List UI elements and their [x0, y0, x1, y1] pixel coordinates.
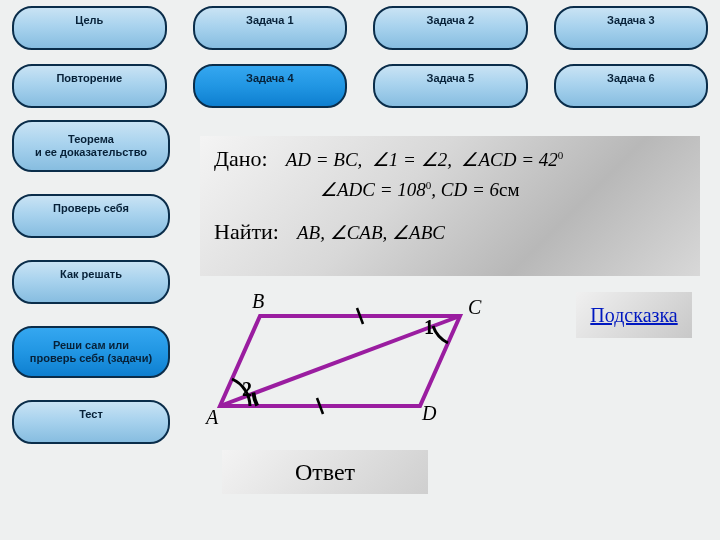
nav-goal[interactable]: Цель [12, 6, 167, 50]
label-given: Дано: [214, 146, 268, 172]
expr-cd-6: , CD = 6 [431, 179, 499, 200]
given-expr-2: ∠ADC = 1080, CD = 6см [214, 178, 686, 201]
top-nav-grid: Цель Задача 1 Задача 2 Задача 3 Повторен… [12, 6, 708, 108]
given-panel: Дано: AD = BC, ∠1 = ∠2, ∠ACD = 420 ∠ADC … [200, 136, 700, 276]
label-find: Найти: [214, 219, 279, 245]
vertex-B: B [252, 290, 264, 313]
expr-ad-eq-bc: AD = BC, [286, 149, 363, 170]
answer-button[interactable]: Ответ [222, 450, 428, 494]
nav-task-5[interactable]: Задача 5 [373, 64, 528, 108]
angle-label-2: 2 [242, 378, 252, 401]
geometry-figure: A B C D 1 2 [200, 286, 500, 416]
unit-cm: см [499, 179, 519, 200]
given-expr-1: AD = BC, ∠1 = ∠2, ∠ACD = 420 [286, 148, 564, 171]
expr-ang1-eq-ang2: ∠1 = ∠2, [372, 149, 452, 170]
side-theorem[interactable]: Теорема и ее доказательство [12, 120, 170, 172]
parallelogram-svg [200, 286, 500, 436]
nav-task-4[interactable]: Задача 4 [193, 64, 348, 108]
hint-button[interactable]: Подсказка [576, 292, 692, 338]
degree-icon: 0 [558, 149, 564, 161]
vertex-A: A [206, 406, 218, 429]
nav-task-6[interactable]: Задача 6 [554, 64, 709, 108]
nav-task-3[interactable]: Задача 3 [554, 6, 709, 50]
angle-label-1: 1 [424, 316, 434, 339]
nav-task-1[interactable]: Задача 1 [193, 6, 348, 50]
expr-adc-108: ∠ADC = 108 [320, 179, 426, 200]
side-test[interactable]: Тест [12, 400, 170, 444]
vertex-D: D [422, 402, 436, 425]
nav-review[interactable]: Повторение [12, 64, 167, 108]
side-nav: Теорема и ее доказательство Проверь себя… [12, 120, 170, 444]
side-check-yourself[interactable]: Проверь себя [12, 194, 170, 238]
nav-task-2[interactable]: Задача 2 [373, 6, 528, 50]
vertex-C: C [468, 296, 481, 319]
side-how-to-solve[interactable]: Как решать [12, 260, 170, 304]
expr-acd-42: ∠ACD = 42 [461, 149, 557, 170]
find-expr: AB, ∠CAB, ∠ABC [297, 221, 445, 244]
side-solve-yourself[interactable]: Реши сам или проверь себя (задачи) [12, 326, 170, 378]
